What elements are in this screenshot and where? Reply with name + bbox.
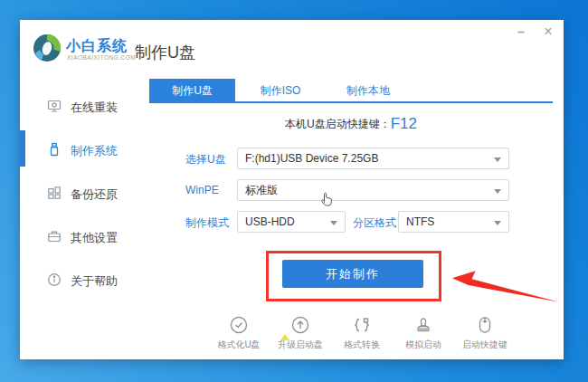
boot-hotkey-hint: 本机U盘启动快捷键：F12 bbox=[149, 111, 553, 135]
sidebar-item-label: 备份还原 bbox=[71, 186, 118, 203]
sidebar-item-about-help[interactable]: 关于帮助 bbox=[20, 271, 147, 291]
highlight-arrow-icon bbox=[450, 270, 561, 306]
sidebar-item-label: 关于帮助 bbox=[71, 273, 118, 290]
chevron-down-icon bbox=[494, 158, 501, 162]
monitor-icon bbox=[47, 99, 62, 113]
app-window: – × 小白系统 XIAOBAIXITONG.COM 制作U盘 在线重装 bbox=[20, 20, 564, 359]
partition-format-label: 分区格式 bbox=[353, 215, 396, 231]
winpe-label: WinPE bbox=[185, 184, 219, 196]
progress-marker bbox=[280, 334, 289, 340]
briefcase-icon bbox=[47, 229, 62, 244]
minimize-button[interactable]: – bbox=[513, 24, 529, 40]
sidebar-item-label: 在线重装 bbox=[71, 100, 118, 116]
chevron-down-icon bbox=[330, 221, 337, 225]
usb-drive-icon bbox=[47, 142, 62, 157]
backup-blocks-icon bbox=[47, 186, 62, 200]
tool-simulate-boot[interactable]: 模拟启动 bbox=[400, 315, 447, 351]
app-logo-domain: XIAOBAIXITONG.COM bbox=[67, 54, 136, 61]
mouse-icon bbox=[475, 315, 495, 335]
format-check-icon bbox=[229, 315, 249, 335]
footer-toolbar: 格式化U盘 升级启动盘 格式转换 bbox=[215, 315, 508, 351]
tool-upgrade-boot-disk[interactable]: 升级启动盘 bbox=[277, 315, 324, 351]
stamp-icon bbox=[413, 315, 433, 335]
close-button[interactable]: × bbox=[540, 24, 556, 40]
make-mode-dropdown[interactable]: USB-HDD bbox=[237, 211, 346, 233]
sidebar-item-make-system[interactable]: 制作系统 bbox=[20, 140, 147, 160]
sidebar-item-other-settings[interactable]: 其他设置 bbox=[20, 227, 147, 247]
sidebar-item-online-reinstall[interactable]: 在线重装 bbox=[20, 97, 147, 117]
app-logo-name: 小白系统 bbox=[66, 37, 128, 56]
start-make-button[interactable]: 开始制作 bbox=[282, 260, 423, 288]
tool-label: 模拟启动 bbox=[405, 339, 441, 351]
tool-format-convert[interactable]: 格式转换 bbox=[338, 315, 385, 351]
winpe-value: 标准版 bbox=[245, 184, 278, 196]
convert-braces-icon bbox=[352, 315, 372, 335]
tab-make-iso[interactable]: 制作ISO bbox=[235, 79, 326, 102]
usb-select-label: 选择U盘 bbox=[185, 152, 226, 167]
tool-label: 升级启动盘 bbox=[278, 339, 323, 351]
winpe-dropdown[interactable]: 标准版 bbox=[237, 179, 509, 201]
boot-hotkey-value: F12 bbox=[391, 115, 417, 132]
tool-label: 格式转换 bbox=[344, 339, 380, 351]
desktop-background: – × 小白系统 XIAOBAIXITONG.COM 制作U盘 在线重装 bbox=[0, 0, 588, 382]
usb-select-dropdown[interactable]: F:(hd1)USB Device 7.25GB bbox=[237, 148, 509, 169]
tool-label: 启动快捷键 bbox=[462, 339, 507, 351]
tab-make-usb[interactable]: 制作U盘 bbox=[149, 79, 235, 102]
tool-format-usb[interactable]: 格式化U盘 bbox=[215, 315, 262, 351]
tool-label: 格式化U盘 bbox=[217, 339, 260, 351]
tab-underline bbox=[149, 101, 553, 103]
app-logo-icon bbox=[33, 33, 62, 62]
chevron-down-icon bbox=[494, 221, 501, 225]
make-mode-value: USB-HDD bbox=[245, 215, 295, 228]
chevron-down-icon bbox=[494, 189, 501, 194]
boot-hotkey-label: 本机U盘启动快捷键： bbox=[285, 118, 391, 130]
usb-select-value: F:(hd1)USB Device 7.25GB bbox=[245, 152, 378, 165]
tab-make-local[interactable]: 制作本地 bbox=[323, 79, 413, 102]
info-icon bbox=[47, 272, 62, 287]
sidebar-item-backup-restore[interactable]: 备份还原 bbox=[20, 184, 147, 204]
make-mode-label: 制作模式 bbox=[185, 215, 229, 231]
tool-boot-hotkey[interactable]: 启动快捷键 bbox=[461, 315, 508, 351]
sidebar-item-label: 其他设置 bbox=[71, 230, 118, 246]
upgrade-arrow-icon bbox=[290, 315, 310, 335]
page-title: 制作U盘 bbox=[135, 42, 195, 63]
partition-format-value: NTFS bbox=[406, 215, 434, 228]
partition-format-dropdown[interactable]: NTFS bbox=[398, 211, 509, 233]
sidebar-item-label: 制作系统 bbox=[71, 143, 118, 159]
